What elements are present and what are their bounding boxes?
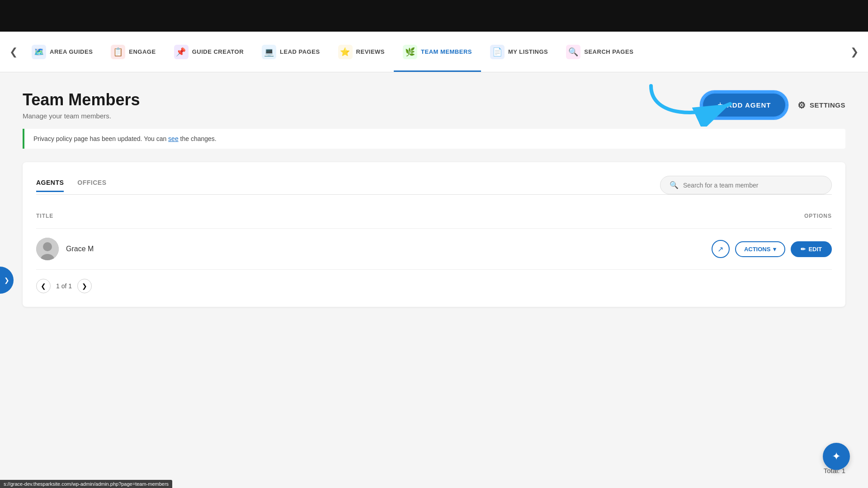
- settings-button[interactable]: ⚙ SETTINGS: [797, 100, 845, 111]
- privacy-link[interactable]: see: [168, 135, 179, 142]
- lead-pages-icon: 💻: [262, 45, 276, 59]
- my-listings-icon: 📄: [490, 45, 505, 59]
- page-subtitle: Manage your team members.: [23, 112, 140, 120]
- agent-name: Grace M: [66, 245, 94, 253]
- search-input[interactable]: [683, 182, 822, 189]
- tab-list: AGENTS OFFICES: [36, 179, 107, 192]
- privacy-notice: Privacy policy page has been updated. Yo…: [23, 129, 845, 149]
- nav-label-engage: ENGAGE: [129, 48, 156, 55]
- add-agent-label: ADD AGENT: [727, 101, 771, 109]
- search-box[interactable]: 🔍: [660, 176, 832, 194]
- top-bar: [0, 0, 868, 32]
- chat-button[interactable]: ✦: [823, 443, 850, 470]
- sparkle-icon: ✦: [832, 450, 841, 463]
- nav-item-team-members[interactable]: 🌿 TEAM MEMBERS: [394, 32, 481, 72]
- nav-label-search-pages: SEARCH PAGES: [584, 48, 633, 55]
- pagination: ❮ 1 of 1 ❯: [36, 279, 832, 293]
- page-indicator: 1 of 1: [56, 282, 72, 290]
- plus-icon: +: [717, 100, 723, 110]
- area-guides-icon: 🗺️: [32, 45, 46, 59]
- main-content: ❯ Team Members Manage your team members.: [0, 72, 868, 488]
- next-page-button[interactable]: ❯: [77, 279, 92, 293]
- left-side-tab[interactable]: ❯: [0, 267, 14, 294]
- nav-prev-arrow[interactable]: ❮: [5, 43, 23, 61]
- actions-button[interactable]: ACTIONS ▾: [735, 241, 786, 257]
- add-agent-highlight: + ADD AGENT: [700, 90, 788, 120]
- table-row: Grace M ↗ ACTIONS ▾ ✏ EDIT: [36, 229, 832, 270]
- nav-item-search-pages[interactable]: 🔍 SEARCH PAGES: [557, 32, 642, 72]
- nav-item-reviews[interactable]: ⭐ REVIEWS: [329, 32, 394, 72]
- page-title: Team Members: [23, 90, 140, 109]
- guide-creator-icon: 📌: [174, 45, 189, 59]
- search-icon: 🔍: [670, 181, 679, 189]
- row-actions: ↗ ACTIONS ▾ ✏ EDIT: [712, 240, 832, 258]
- main-card: AGENTS OFFICES 🔍 TITLE OPTIONS: [23, 162, 845, 307]
- search-pages-icon: 🔍: [566, 45, 580, 59]
- engage-icon: 📋: [111, 45, 125, 59]
- nav-label-my-listings: MY LISTINGS: [508, 48, 548, 55]
- prev-page-button[interactable]: ❮: [36, 279, 51, 293]
- table-header: TITLE OPTIONS: [36, 208, 832, 229]
- svg-point-2: [43, 242, 52, 251]
- url-bar: s://grace-dev.thesparksite.com/wp-admin/…: [0, 480, 172, 488]
- nav-label-team-members: TEAM MEMBERS: [421, 48, 472, 55]
- settings-label: SETTINGS: [810, 101, 845, 109]
- nav-item-area-guides[interactable]: 🗺️ AREA GUIDES: [23, 32, 102, 72]
- team-members-icon: 🌿: [403, 45, 417, 59]
- avatar: [36, 238, 59, 260]
- page-header: Team Members Manage your team members.: [23, 90, 845, 120]
- nav-label-guide-creator: GUIDE CREATOR: [192, 48, 244, 55]
- nav-item-engage[interactable]: 📋 ENGAGE: [102, 32, 165, 72]
- add-agent-button[interactable]: + ADD AGENT: [703, 94, 785, 117]
- nav-label-area-guides: AREA GUIDES: [50, 48, 93, 55]
- column-options: OPTIONS: [804, 213, 832, 219]
- header-actions: + ADD AGENT ⚙ SETTINGS: [700, 90, 845, 120]
- edit-button[interactable]: ✏ EDIT: [791, 241, 832, 257]
- privacy-text: Privacy policy page has been updated. Yo…: [33, 135, 166, 142]
- nav-bar: ❮ 🗺️ AREA GUIDES 📋 ENGAGE 📌 GUIDE CREATO…: [0, 32, 868, 72]
- nav-next-arrow[interactable]: ❯: [845, 43, 863, 61]
- pencil-icon: ✏: [801, 246, 806, 253]
- tabs-section: AGENTS OFFICES 🔍: [36, 176, 832, 195]
- reviews-icon: ⭐: [338, 45, 353, 59]
- avatar-icon: [36, 238, 59, 260]
- column-title: TITLE: [36, 213, 53, 219]
- agent-info: Grace M: [36, 238, 94, 260]
- tab-offices[interactable]: OFFICES: [77, 179, 106, 192]
- nav-items: 🗺️ AREA GUIDES 📋 ENGAGE 📌 GUIDE CREATOR …: [23, 32, 845, 72]
- gear-icon: ⚙: [797, 100, 806, 111]
- link-button[interactable]: ↗: [712, 240, 730, 258]
- nav-label-reviews: REVIEWS: [356, 48, 385, 55]
- nav-label-lead-pages: LEAD PAGES: [280, 48, 320, 55]
- chevron-down-icon: ▾: [773, 246, 776, 253]
- privacy-suffix: the changes.: [180, 135, 217, 142]
- tab-agents[interactable]: AGENTS: [36, 179, 64, 192]
- nav-item-guide-creator[interactable]: 📌 GUIDE CREATOR: [165, 32, 253, 72]
- nav-item-my-listings[interactable]: 📄 MY LISTINGS: [481, 32, 557, 72]
- page-title-section: Team Members Manage your team members.: [23, 90, 140, 120]
- nav-item-lead-pages[interactable]: 💻 LEAD PAGES: [253, 32, 329, 72]
